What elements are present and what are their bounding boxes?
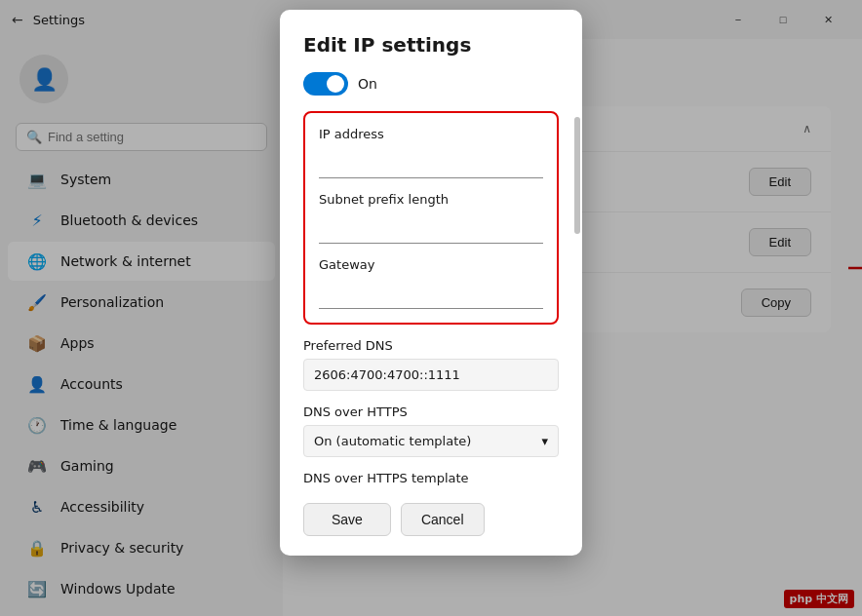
dns-https-dropdown[interactable]: On (automatic template) ▾ xyxy=(303,425,559,457)
toggle-label: On xyxy=(358,76,377,92)
preferred-dns-value: 2606:4700:4700::1111 xyxy=(303,359,559,391)
dialog-toggle-row: On xyxy=(303,72,559,96)
dns-template-field: DNS over HTTPS template xyxy=(303,471,559,485)
preferred-dns-field: Preferred DNS 2606:4700:4700::1111 xyxy=(303,338,559,391)
gateway-label: Gateway xyxy=(319,257,543,272)
ip-address-field: IP address xyxy=(319,127,543,178)
modal-overlay: Edit IP settings On IP address Subnet pr… xyxy=(0,0,862,616)
dialog-scrollbar[interactable] xyxy=(574,88,580,546)
ip-address-label: IP address xyxy=(319,127,543,141)
cancel-button[interactable]: Cancel xyxy=(401,503,485,536)
toggle-thumb xyxy=(327,75,344,93)
toggle-switch[interactable] xyxy=(303,72,348,96)
subnet-label: Subnet prefix length xyxy=(319,192,543,207)
dialog-footer: Save Cancel xyxy=(303,503,559,536)
dns-https-field: DNS over HTTPS On (automatic template) ▾ xyxy=(303,404,559,457)
save-button[interactable]: Save xyxy=(303,503,391,536)
chevron-down-icon: ▾ xyxy=(541,434,548,448)
dns-https-value: On (automatic template) xyxy=(314,434,471,448)
dns-template-label: DNS over HTTPS template xyxy=(303,471,559,485)
dialog-title: Edit IP settings xyxy=(303,33,559,57)
settings-window: ← Settings − □ ✕ 👤 🔍 💻 System xyxy=(0,0,862,616)
subnet-input[interactable] xyxy=(319,212,543,244)
gateway-input[interactable] xyxy=(319,278,543,309)
scrollbar-thumb xyxy=(574,117,580,234)
preferred-dns-label: Preferred DNS xyxy=(303,338,559,353)
gateway-field: Gateway xyxy=(319,257,543,309)
edit-ip-dialog: Edit IP settings On IP address Subnet pr… xyxy=(280,10,582,556)
ip-address-input[interactable] xyxy=(319,147,543,178)
dns-https-label: DNS over HTTPS xyxy=(303,404,559,419)
subnet-field: Subnet prefix length xyxy=(319,192,543,244)
form-highlight-section: IP address Subnet prefix length Gateway xyxy=(303,111,559,325)
